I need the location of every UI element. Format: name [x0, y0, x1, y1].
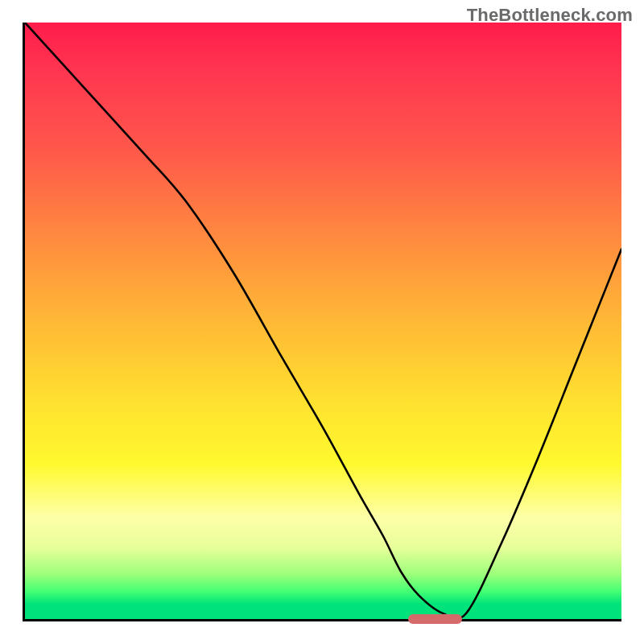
plot-area: [23, 23, 621, 621]
chart-container: TheBottleneck.com: [0, 0, 644, 644]
optimum-marker: [408, 614, 462, 624]
heatmap-gradient: [25, 23, 621, 619]
